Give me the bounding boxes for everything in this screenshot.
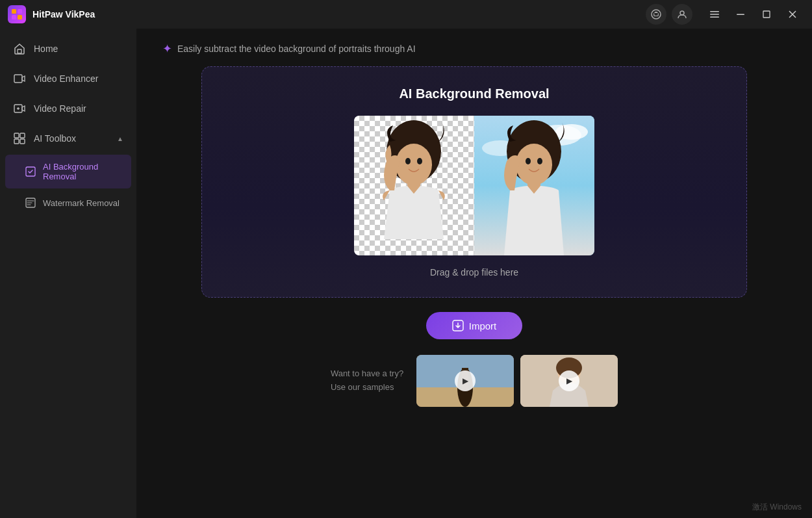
svg-point-34	[537, 158, 542, 164]
samples-line2: Use our samples	[331, 381, 403, 395]
preview-right	[474, 116, 594, 255]
main-layout: Home Video Enhancer Video Repair	[0, 29, 812, 518]
content-area: ✦ Easily subtract the video background o…	[136, 29, 812, 518]
drop-zone[interactable]: AI Background Removal	[201, 66, 747, 298]
svg-point-23	[396, 144, 432, 185]
home-icon	[13, 42, 26, 55]
preview-left	[354, 116, 474, 255]
subtitle-text: Easily subtract the video background of …	[177, 44, 416, 54]
import-label: Import	[469, 320, 497, 331]
ai-toolbox-label: AI Toolbox	[34, 133, 117, 144]
svg-rect-2	[12, 15, 16, 19]
sidebar-item-video-enhancer-label: Video Enhancer	[34, 73, 98, 84]
import-button[interactable]: Import	[426, 312, 523, 339]
svg-point-5	[680, 11, 684, 15]
sidebar-sub-watermark-removal-label: Watermark Removal	[43, 198, 120, 208]
close-btn[interactable]	[781, 5, 804, 23]
svg-rect-14	[14, 75, 22, 83]
sidebar-item-home[interactable]: Home	[0, 34, 136, 64]
sparkle-icon: ✦	[162, 42, 172, 56]
sidebar-item-ai-toolbox[interactable]: AI Toolbox ▲	[0, 123, 136, 153]
svg-rect-18	[14, 139, 19, 144]
minimize-btn[interactable]	[729, 5, 752, 23]
sidebar-item-video-enhancer[interactable]: Video Enhancer	[0, 64, 136, 94]
svg-point-31	[516, 144, 552, 185]
samples-section: Want to have a try? Use our samples ▶	[331, 355, 618, 407]
svg-rect-20	[26, 167, 35, 176]
titlebar-right	[646, 4, 804, 25]
sidebar-item-video-repair-label: Video Repair	[34, 103, 86, 114]
video-repair-icon	[13, 102, 26, 115]
sample-thumb-2[interactable]: ▶	[520, 355, 618, 407]
sidebar-sub-watermark-removal[interactable]: Watermark Removal	[5, 190, 131, 216]
svg-rect-3	[18, 15, 22, 19]
subtitle-bar: ✦ Easily subtract the video background o…	[162, 42, 416, 56]
svg-rect-6	[710, 11, 719, 12]
svg-rect-0	[12, 9, 16, 14]
svg-point-26	[417, 158, 422, 164]
svg-rect-16	[14, 133, 19, 138]
win-activation-watermark: 激活 Windows	[752, 502, 802, 513]
menu-btn[interactable]	[703, 5, 726, 23]
drop-zone-title: AI Background Removal	[399, 86, 549, 101]
titlebar: HitPaw VikPea	[0, 0, 812, 29]
sample-thumbs: ▶ ▶	[416, 355, 618, 407]
samples-line1: Want to have a try?	[331, 367, 403, 381]
sidebar-sub-ai-bg-removal-label: AI Background Removal	[43, 162, 121, 181]
preview-image	[354, 116, 594, 255]
app-title-text: HitPaw VikPea	[32, 9, 95, 19]
app-logo	[8, 5, 26, 23]
drop-text: Drag & drop files here	[430, 267, 518, 278]
svg-rect-1	[18, 9, 22, 14]
import-icon	[452, 320, 464, 331]
sample-2-play-btn[interactable]: ▶	[559, 370, 579, 391]
sidebar-sub-ai-bg-removal[interactable]: AI Background Removal	[5, 155, 131, 188]
ai-toolbox-arrow: ▲	[117, 135, 123, 142]
sidebar-item-home-label: Home	[34, 44, 58, 54]
titlebar-left: HitPaw VikPea	[8, 5, 95, 23]
video-enhancer-icon	[13, 72, 26, 85]
svg-rect-9	[737, 14, 744, 16]
svg-rect-13	[18, 49, 21, 53]
svg-point-28	[555, 124, 588, 140]
svg-rect-19	[20, 139, 25, 144]
ai-bg-removal-icon	[25, 166, 36, 177]
shop-icon[interactable]	[646, 4, 666, 25]
sidebar: Home Video Enhancer Video Repair	[0, 29, 136, 518]
sample-1-play-btn[interactable]: ▶	[455, 370, 476, 391]
svg-point-25	[405, 158, 411, 164]
ai-toolbox-icon	[13, 132, 26, 145]
window-controls	[703, 5, 804, 23]
watermark-removal-icon	[25, 197, 36, 209]
svg-rect-8	[710, 17, 719, 18]
svg-rect-10	[763, 11, 770, 18]
svg-rect-17	[20, 133, 25, 138]
sample-thumb-1[interactable]: ▶	[416, 355, 514, 407]
svg-point-4	[652, 10, 661, 19]
maximize-btn[interactable]	[755, 5, 778, 23]
samples-text: Want to have a try? Use our samples	[331, 367, 403, 395]
sidebar-item-video-repair[interactable]: Video Repair	[0, 94, 136, 123]
svg-rect-7	[710, 14, 719, 15]
svg-point-33	[526, 158, 531, 164]
toolbox-sub-items: AI Background Removal Watermark Removal	[0, 153, 136, 217]
user-icon[interactable]	[672, 4, 692, 25]
